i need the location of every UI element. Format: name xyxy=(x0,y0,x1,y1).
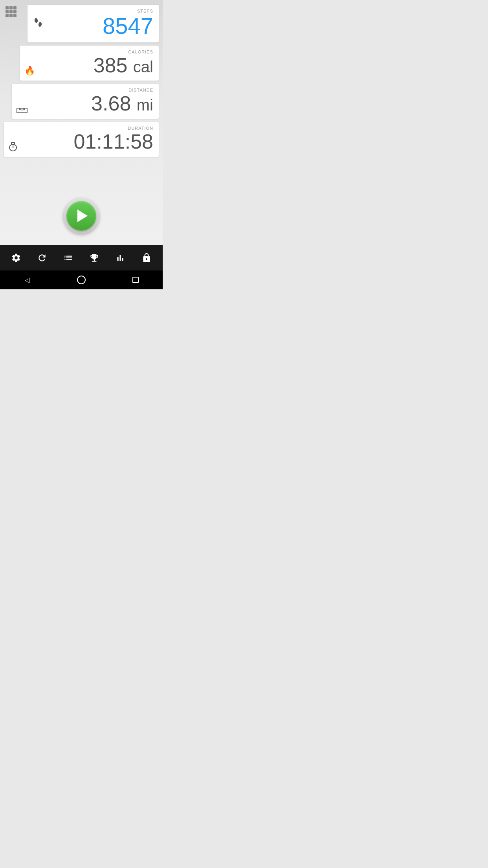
footsteps-icon xyxy=(33,17,43,31)
nav-settings[interactable] xyxy=(6,248,26,268)
spacer xyxy=(4,160,159,195)
recents-icon xyxy=(132,277,139,283)
svg-point-0 xyxy=(34,18,38,23)
play-button-inner xyxy=(66,201,96,231)
bottom-nav xyxy=(0,245,163,270)
grid-icon xyxy=(6,6,17,17)
system-nav: ◁ xyxy=(0,270,163,289)
calories-label: CALORIES xyxy=(25,50,153,54)
duration-value: 01:11:58 xyxy=(9,131,153,153)
stopwatch-icon xyxy=(9,142,17,151)
nav-lock[interactable] xyxy=(137,248,156,268)
nav-stats[interactable] xyxy=(110,248,130,268)
calories-card[interactable]: 🔥 CALORIES 385 cal xyxy=(20,46,159,81)
grid-menu-button[interactable] xyxy=(4,5,18,19)
nav-history[interactable] xyxy=(32,248,52,268)
calories-value: 385 cal xyxy=(25,54,153,77)
home-button[interactable] xyxy=(70,272,93,288)
distance-card[interactable]: DISTANCE 3.68 mi xyxy=(12,84,159,119)
play-button-container xyxy=(4,198,159,241)
refresh-icon xyxy=(37,253,47,263)
duration-card[interactable]: DURATION 01:11:58 xyxy=(4,122,159,157)
flame-icon: 🔥 xyxy=(24,66,35,76)
list-icon xyxy=(63,253,73,263)
gear-icon xyxy=(11,253,21,263)
back-button[interactable]: ◁ xyxy=(15,272,39,288)
main-content: STEPS 8547 🔥 CALORIES 385 cal DISTANCE 3… xyxy=(0,0,163,245)
nav-trophy[interactable] xyxy=(84,248,104,268)
svg-point-1 xyxy=(38,22,42,27)
recents-button[interactable] xyxy=(124,272,147,288)
back-icon: ◁ xyxy=(25,276,29,284)
steps-value: 8547 xyxy=(33,13,153,39)
start-button[interactable] xyxy=(64,198,99,234)
distance-value: 3.68 mi xyxy=(17,92,153,115)
trophy-icon xyxy=(89,253,99,263)
lock-icon xyxy=(141,253,152,263)
bar-chart-icon xyxy=(115,253,125,263)
home-icon xyxy=(77,276,86,284)
steps-card[interactable]: STEPS 8547 xyxy=(28,5,159,42)
play-triangle-icon xyxy=(77,210,88,222)
ruler-icon xyxy=(17,108,28,113)
nav-list[interactable] xyxy=(59,248,78,268)
